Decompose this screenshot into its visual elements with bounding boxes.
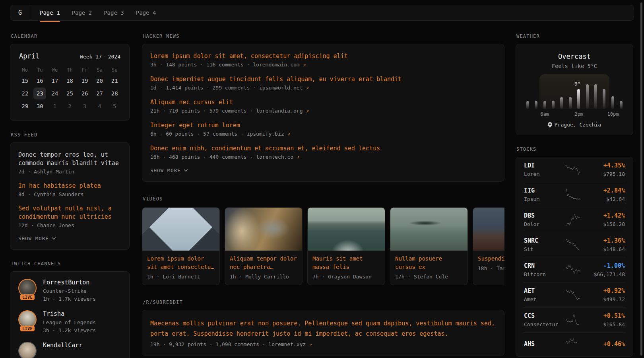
hacker-news-section-label: HACKER NEWS — [143, 33, 504, 39]
twitch-section-label: TWITCH CHANNELS — [11, 261, 130, 267]
video-thumbnail[interactable] — [390, 208, 467, 251]
video-title[interactable]: Lorem ipsum dolor sit amet consectetu… — [147, 255, 215, 271]
video-thumbnail[interactable] — [308, 208, 385, 251]
video-row: Lorem ipsum dolor sit amet consectetu… 1… — [142, 207, 504, 285]
video-meta: 1h · Lori Barnett — [147, 273, 215, 280]
stock-row[interactable]: DBS Dolor +1.42% $156.28 — [523, 207, 626, 232]
video-card[interactable]: Lorem ipsum dolor sit amet consectetu… 1… — [142, 207, 220, 285]
stock-change: +0.51% — [584, 312, 625, 320]
video-title[interactable]: Suspendisse diam — [478, 255, 504, 263]
rss-item: Donec tempor eros leo, ut commodo mauris… — [18, 151, 121, 175]
hn-story-title[interactable]: Aliquam nec cursus elit — [150, 98, 496, 106]
page-scrollbar[interactable] — [640, 2, 642, 356]
weekday-label: Su — [107, 66, 122, 74]
channel-game: Counter-Strike — [43, 288, 96, 294]
stock-price: $66,171.48 — [584, 271, 625, 278]
external-link-icon: ↗ — [303, 62, 306, 68]
tab-page-2[interactable]: Page 2 — [72, 10, 92, 16]
weather-location: Prague, Czechia — [524, 122, 625, 128]
stock-change: -1.00% — [584, 262, 625, 270]
stock-price: $148.64 — [584, 246, 625, 253]
stock-ticker: IIG — [524, 187, 562, 195]
page-tabs: Page 1 Page 2 Page 3 Page 4 — [30, 5, 156, 20]
video-thumbnail[interactable] — [142, 208, 219, 251]
video-thumbnail[interactable] — [473, 208, 504, 251]
tab-page-1[interactable]: Page 1 — [40, 10, 60, 16]
calendar-week: Week 17 — [80, 54, 102, 60]
reddit-post-title[interactable]: Maecenas mollis pulvinar erat non posuer… — [150, 318, 496, 339]
video-card[interactable]: Mauris sit amet massa felis 7h · Grayson… — [307, 207, 385, 285]
hn-story-title[interactable]: Donec imperdiet augue tincidunt felis al… — [150, 75, 496, 83]
video-title[interactable]: Nullam posuere cursus ex — [395, 255, 463, 271]
twitch-channel[interactable]: LIVE ForrestBurton Counter-Strike 1h · 1… — [18, 279, 121, 302]
twitch-channel[interactable]: LIVE Trisha League of Legends 3h · 1.2k … — [18, 310, 121, 334]
stock-row[interactable]: AET Amet +0.92% $499.72 — [523, 282, 626, 307]
weekday-label: Sa — [92, 66, 107, 74]
top-nav-bar: G Page 1 Page 2 Page 3 Page 4 — [10, 5, 634, 21]
tab-page-4[interactable]: Page 4 — [136, 10, 156, 16]
hn-show-more-button[interactable]: SHOW MORE — [150, 167, 496, 173]
app-logo[interactable]: G — [10, 5, 30, 20]
chevron-down-icon — [52, 237, 56, 240]
video-card[interactable]: Nullam posuere cursus ex 17h · Stefan Co… — [390, 207, 468, 285]
separator-dot: · — [102, 54, 108, 60]
weather-condition: Overcast — [524, 52, 625, 61]
stock-change: +1.42% — [584, 212, 625, 220]
avatar-wrap: LIVE — [18, 310, 37, 329]
stock-sparkline — [565, 212, 580, 227]
stock-price: $165.84 — [584, 321, 625, 328]
stock-change: +2.84% — [584, 187, 625, 195]
calendar-day: 27 — [92, 87, 107, 100]
video-card[interactable]: Suspendisse diam 18h · Tara — [473, 207, 504, 285]
video-title[interactable]: Aliquam tempor dolor nec pharetra… — [230, 255, 297, 271]
stock-row[interactable]: IIG Ipsum +2.84% $42.04 — [523, 182, 626, 207]
stock-name: Sit — [524, 246, 562, 253]
hn-story-title[interactable]: Integer eget rutrum lorem — [150, 121, 496, 129]
stock-sparkline — [565, 337, 580, 352]
stock-sparkline — [565, 262, 580, 277]
calendar-day: 20 — [92, 74, 107, 87]
rss-item-title[interactable]: Donec tempor eros leo, ut commodo mauris… — [18, 151, 121, 167]
external-link-icon: ↗ — [306, 108, 309, 114]
stock-change: +0.46% — [584, 340, 625, 348]
hn-story: Integer eget rutrum lorem 6h · 60 points… — [150, 121, 496, 137]
stock-row[interactable]: CRN Bitcorn -1.00% $66,171.48 — [523, 257, 626, 282]
calendar-day-next-month: 3 — [77, 100, 92, 113]
location-text: Prague, Czechia — [555, 122, 601, 128]
hn-story-meta: 6h · 60 points · 57 comments · ipsumify.… — [150, 130, 496, 137]
right-column: WEATHER Overcast Feels like 5°C 9° 6am 2… — [516, 33, 633, 357]
calendar-day: 26 — [77, 87, 92, 100]
video-thumbnail[interactable] — [225, 208, 302, 251]
hn-meta-text: 21h · 710 points · 579 comments · loreml… — [150, 108, 303, 114]
hn-story-title[interactable]: Lorem ipsum dolor sit amet, consectetur … — [150, 52, 496, 60]
stock-name: Amet — [524, 296, 562, 303]
stock-name: Ipsum — [524, 196, 562, 202]
stock-row[interactable]: CCS Consectetur +0.51% $165.84 — [523, 307, 626, 332]
weather-time-labels: 6am 2pm 10pm — [526, 111, 623, 117]
location-pin-icon — [548, 122, 552, 128]
calendar-day: 17 — [47, 74, 62, 87]
calendar-day: 24 — [47, 87, 62, 100]
stock-row[interactable]: SNRC Sit +1.36% $148.64 — [523, 232, 626, 257]
channel-name: KendallCarr — [43, 342, 82, 349]
twitch-channel[interactable]: KendallCarr — [18, 342, 121, 358]
weather-bar — [603, 89, 605, 109]
weather-bar — [594, 84, 597, 109]
video-title[interactable]: Mauris sit amet massa felis — [312, 255, 380, 271]
stock-name: Lorem — [524, 171, 562, 177]
middle-column: HACKER NEWS Lorem ipsum dolor sit amet, … — [142, 33, 504, 356]
rss-item-title[interactable]: In hac habitasse platea — [18, 182, 121, 190]
tab-page-3[interactable]: Page 3 — [104, 10, 124, 16]
stock-sparkline — [565, 287, 580, 302]
weekday-label: Fr — [77, 66, 92, 74]
hn-story-meta: 3h · 148 points · 116 comments · loremdo… — [150, 61, 496, 68]
rss-show-more-button[interactable]: SHOW MORE — [18, 235, 121, 241]
video-meta: 7h · Grayson Dawson — [312, 273, 380, 280]
hn-story-title[interactable]: Donec enim nibh, condimentum et accumsan… — [150, 144, 496, 152]
stock-row[interactable]: LDI Lorem +4.35% $795.18 — [523, 157, 626, 182]
external-link-icon: ↗ — [287, 131, 290, 137]
stock-row[interactable]: AHS +0.46% — [523, 332, 626, 356]
calendar-day: 25 — [62, 87, 78, 100]
rss-item-title[interactable]: Sed volutpat nulla nisl, a condimentum n… — [18, 204, 121, 221]
video-card[interactable]: Aliquam tempor dolor nec pharetra… 1h · … — [225, 207, 303, 285]
